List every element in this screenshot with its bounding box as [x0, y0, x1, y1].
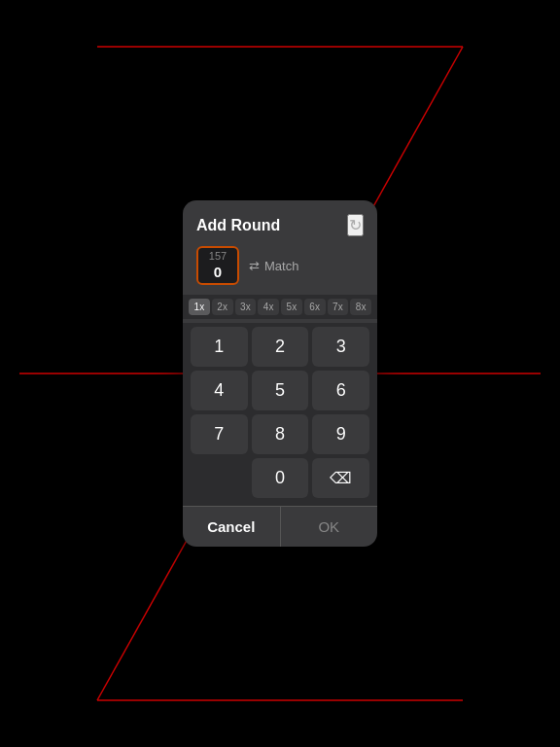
dialog-header: Add Round ↻	[183, 200, 377, 246]
score-previous: 157	[202, 250, 233, 263]
backspace-button[interactable]: ⌫	[312, 458, 369, 498]
input-row: 157 0 ⇄ Match	[183, 246, 377, 295]
num-btn-7[interactable]: 7	[191, 414, 248, 454]
num-btn-1[interactable]: 1	[191, 327, 248, 367]
numpad: 1234567890⌫	[183, 323, 377, 506]
numpad-grid: 1234567890⌫	[191, 327, 369, 498]
multiplier-row: 1x2x3x4x5x6x7x8x	[183, 295, 377, 319]
num-btn-5[interactable]: 5	[252, 371, 309, 410]
score-current: 0	[202, 264, 233, 281]
dialog-footer: Cancel OK	[183, 506, 377, 547]
multiplier-btn-4x[interactable]: 4x	[258, 299, 279, 315]
num-btn-3[interactable]: 3	[312, 327, 369, 367]
num-btn-8[interactable]: 8	[252, 414, 309, 454]
multiplier-btn-1x[interactable]: 1x	[189, 299, 210, 315]
modal-overlay: Add Round ↻ 157 0 ⇄ Match 1x2x3x4x5x6x7x…	[0, 0, 560, 747]
multiplier-btn-3x[interactable]: 3x	[235, 299, 257, 315]
dialog-title: Add Round	[196, 217, 280, 234]
cancel-button[interactable]: Cancel	[183, 507, 281, 547]
multiplier-btn-8x[interactable]: 8x	[350, 299, 371, 315]
empty-cell	[191, 458, 248, 498]
match-label: ⇄ Match	[249, 259, 298, 273]
match-text: Match	[264, 259, 298, 273]
num-btn-2[interactable]: 2	[252, 327, 309, 367]
add-round-dialog: Add Round ↻ 157 0 ⇄ Match 1x2x3x4x5x6x7x…	[183, 200, 377, 547]
refresh-button[interactable]: ↻	[347, 214, 364, 236]
multiplier-btn-2x[interactable]: 2x	[212, 299, 233, 315]
score-box: 157 0	[196, 246, 239, 285]
match-icon: ⇄	[249, 259, 260, 273]
multiplier-btn-5x[interactable]: 5x	[281, 299, 302, 315]
num-btn-4[interactable]: 4	[191, 371, 248, 410]
ok-button[interactable]: OK	[281, 507, 378, 547]
multiplier-btn-6x[interactable]: 6x	[304, 299, 326, 315]
multiplier-btn-7x[interactable]: 7x	[328, 299, 349, 315]
num-btn-0[interactable]: 0	[252, 458, 309, 498]
num-btn-9[interactable]: 9	[312, 414, 369, 454]
num-btn-6[interactable]: 6	[312, 371, 369, 410]
